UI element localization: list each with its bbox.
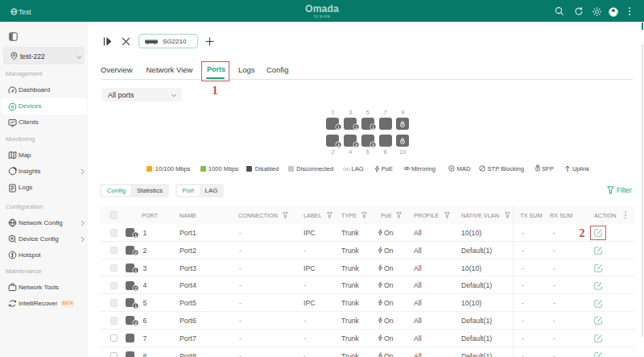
svg-text:2: 2	[354, 142, 357, 147]
svg-text:2: 2	[134, 285, 137, 290]
svg-text:2: 2	[134, 321, 137, 326]
svg-text:2: 2	[372, 142, 374, 147]
svg-text:2: 2	[134, 251, 137, 255]
svg-text:2: 2	[337, 142, 340, 147]
